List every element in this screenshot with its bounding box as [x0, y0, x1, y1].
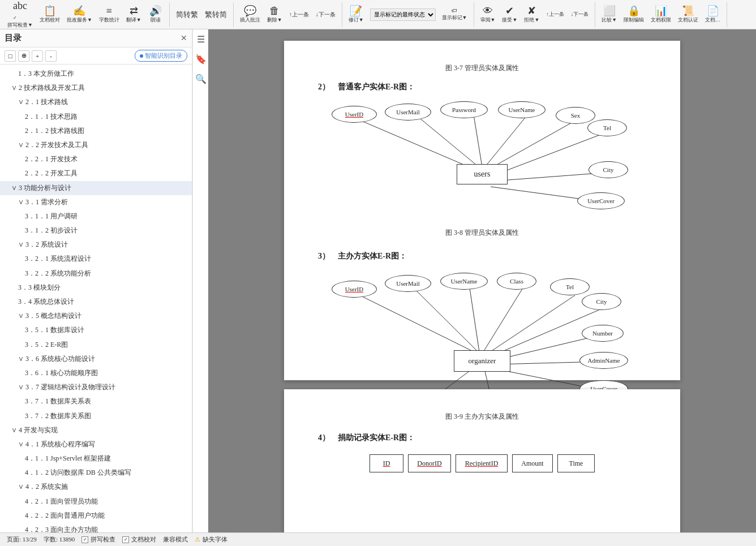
toc-expand-all-button[interactable]: ⊕ — [18, 50, 29, 62]
toc-item[interactable]: 4．2．1 面向管理员功能 — [0, 495, 192, 509]
doc-cert-button[interactable]: 📜 文档认证 — [675, 2, 701, 27]
toc-item[interactable]: 3．2．1 系统流程设计 — [0, 252, 192, 266]
toc-add-button[interactable]: + — [32, 50, 43, 62]
toolbar-group-review: abc✓ 拼写检查▼ 📋 文档校对 ✍ 批改服务▼ ≡ 字数统计 ⇄ 翻译▼ 🔊… — [5, 2, 170, 27]
read-aloud-icon: 🔊 — [149, 6, 162, 16]
doc-check-checkbox[interactable]: ✓ — [122, 536, 129, 543]
toc-item[interactable]: 3．5．1 数据库设计 — [0, 323, 192, 337]
smart-recognize-button[interactable]: 智能识别目录 — [135, 50, 187, 62]
compare-button[interactable]: ⬜ 比较▼ — [599, 2, 620, 27]
toc-item[interactable]: 3．2．2 系统功能分析 — [0, 266, 192, 281]
next-comment-button[interactable]: ↓下一条 — [313, 2, 338, 27]
spell-check-checkbox[interactable]: ✓ — [81, 536, 88, 543]
toc-item[interactable]: ∨ 3．2 系统设计 — [0, 238, 192, 252]
word-count-button[interactable]: ≡ 字数统计 — [96, 2, 122, 27]
read-aloud-button[interactable]: 🔊 朗读 — [145, 2, 166, 27]
search-right-icon[interactable]: 🔍 — [195, 74, 207, 84]
toc-item[interactable]: 3．7．2 数据库关系图 — [0, 409, 192, 423]
svg-line-3 — [485, 115, 527, 167]
toc-item[interactable]: 1．3 本文所做工作 — [0, 67, 192, 81]
missing-font-label: 缺失字体 — [203, 535, 227, 544]
toc-item-active[interactable]: ∨ 3 功能分析与设计 — [0, 181, 192, 195]
toc-item[interactable]: 3．1．2 初步设计 — [0, 223, 192, 238]
toc-item[interactable]: 3．4 系统总体设计 — [0, 295, 192, 309]
toc-item[interactable]: ∨ 3．7 逻辑结构设计及物理设计 — [0, 380, 192, 394]
toc-content: 1．3 本文所做工作 ∨ 2 技术路线及开发工具 ∨ 2．1 技术路线 2．1．… — [0, 65, 192, 532]
toc-item[interactable]: 3．1．1 用户调研 — [0, 209, 192, 223]
track-changes-button[interactable]: 📝 修订▼ — [346, 2, 367, 27]
status-bar: 页面: 13/29 字数: 13890 ✓ 拼写检查 ✓ 文档校对 兼容模式 ⚠… — [0, 532, 756, 546]
er2-node-tel: Tel — [550, 278, 590, 295]
svg-line-11 — [483, 288, 523, 352]
toc-item[interactable]: ∨ 3．1 需求分析 — [0, 195, 192, 209]
toc-item[interactable]: ∨ 3．5 概念结构设计 — [0, 309, 192, 323]
restrict-edit-button[interactable]: 🔒 限制编辑 — [621, 2, 647, 27]
er3-heading: 4） 捐助记录实体E-R图： — [318, 433, 646, 443]
doc-check-button[interactable]: 📋 文档校对 — [37, 2, 63, 27]
toc-collapse-all-button[interactable]: □ — [5, 50, 16, 62]
spell-check-button[interactable]: abc✓ 拼写检查▼ — [5, 2, 36, 27]
toc-item[interactable]: ∨ 3．6 系统核心功能设计 — [0, 352, 192, 366]
toc-item[interactable]: 3．3 模块划分 — [0, 281, 192, 295]
sidebar-tool-icons: □ ⊕ + - — [5, 50, 57, 62]
word-count-label: 字数: 13890 — [44, 535, 75, 544]
review-icon: 👁 — [483, 6, 493, 16]
toc-remove-button[interactable]: - — [45, 50, 57, 62]
toolbar-group-accept: 👁 审阅▼ ✔ 接受▼ ✘ 拒绝▼ ↑上一条 ↓下一条 — [478, 2, 596, 27]
sidebar-close-button[interactable]: ✕ — [181, 33, 187, 43]
display-mode-select[interactable]: 显示标记的最终状态 — [370, 8, 436, 21]
doc-permission-button[interactable]: 📊 文档权限 — [648, 2, 674, 27]
nav-icon[interactable]: ☰ — [197, 34, 205, 45]
toc-item[interactable]: 4．1．2 访问数据库 DB 公共类编写 — [0, 466, 192, 480]
er3-node-time: Time — [557, 454, 595, 472]
status-spell-check[interactable]: ✓ 拼写检查 — [81, 535, 115, 544]
toc-item[interactable]: 3．6．1 核心功能顺序图 — [0, 366, 192, 380]
trad-to-simp-button[interactable]: 简转繁 — [173, 2, 201, 27]
svg-line-6 — [493, 173, 607, 181]
correction-service-button[interactable]: ✍ 批改服务▼ — [64, 2, 95, 27]
prev-comment-button[interactable]: ↑上一条 — [286, 2, 312, 27]
toc-item[interactable]: ∨ 2．1 技术路线 — [0, 95, 192, 109]
accept-button[interactable]: ✔ 接受▼ — [499, 2, 520, 27]
doc-extra-button[interactable]: 📄 文档… — [702, 2, 723, 27]
toc-item[interactable]: ∨ 4 开发与实现 — [0, 423, 192, 437]
toc-item[interactable]: 2．2．1 开发技术 — [0, 152, 192, 166]
page-info-label: 页面: 13/29 — [7, 535, 37, 544]
toc-item[interactable]: 4．2．3 面向主办方功能 — [0, 523, 192, 532]
er3-diagram: ID DonorID RecipientID Amount Time — [318, 454, 646, 511]
toc-item[interactable]: 3．7．1 数据库关系表 — [0, 394, 192, 409]
toc-item[interactable]: 2．1．1 技术思路 — [0, 110, 192, 124]
track-icon: 📝 — [350, 6, 362, 16]
fig-caption-top: 图 3-7 管理员实体及属性 — [318, 63, 646, 73]
toc-item[interactable]: ∨ 2 技术路线及开发工具 — [0, 81, 192, 95]
delete-comment-button[interactable]: 🗑 删除▼ — [264, 2, 285, 27]
toc-item[interactable]: ∨ 4．2 系统实施 — [0, 480, 192, 494]
next-track-button[interactable]: ↓下一条 — [568, 2, 592, 27]
bookmark-icon[interactable]: 🔖 — [195, 54, 207, 65]
er1-node-usermail: UserMail — [385, 104, 431, 121]
er1-diagram: users UserID UserMail Password UserName … — [318, 99, 646, 223]
review-button[interactable]: 👁 审阅▼ — [478, 2, 499, 27]
show-markup-button[interactable]: 🏷 显示标记▼ — [439, 2, 470, 27]
missing-font-icon: ⚠ — [195, 536, 200, 543]
insert-comment-button[interactable]: 💬 插入批注 — [237, 2, 263, 27]
prev-track-button[interactable]: ↑上一条 — [543, 2, 567, 27]
status-word-count: 字数: 13890 — [44, 535, 75, 544]
simp-to-trad-button[interactable]: 繁转简 — [202, 2, 230, 27]
down-arrow-icon: ↓下一条 — [316, 12, 336, 18]
svg-line-8 — [362, 296, 482, 356]
toc-item[interactable]: ∨ 2．2 开发技术及工具 — [0, 138, 192, 152]
status-missing-font[interactable]: ⚠ 缺失字体 — [195, 535, 227, 544]
toc-item[interactable]: 4．2．2 面向普通用户功能 — [0, 509, 192, 523]
status-doc-check[interactable]: ✓ 文档校对 — [122, 535, 156, 544]
translate-button[interactable]: ⇄ 翻译▼ — [123, 2, 144, 27]
toc-item[interactable]: ∨ 4．1 系统核心程序编写 — [0, 437, 192, 452]
toc-item[interactable]: 4．1．1 Jsp+Servlet 框架搭建 — [0, 452, 192, 466]
toc-item[interactable]: 3．5．2 E-R图 — [0, 338, 192, 352]
toc-item[interactable]: 2．2．2 开发工具 — [0, 166, 192, 180]
er3-node-donorid: DonorID — [408, 454, 451, 472]
toc-item[interactable]: 2．1．2 技术路线图 — [0, 124, 192, 138]
doc-check-label: 文档校对 — [131, 535, 156, 544]
correction-icon: ✍ — [73, 6, 85, 16]
reject-button[interactable]: ✘ 拒绝▼ — [521, 2, 542, 27]
